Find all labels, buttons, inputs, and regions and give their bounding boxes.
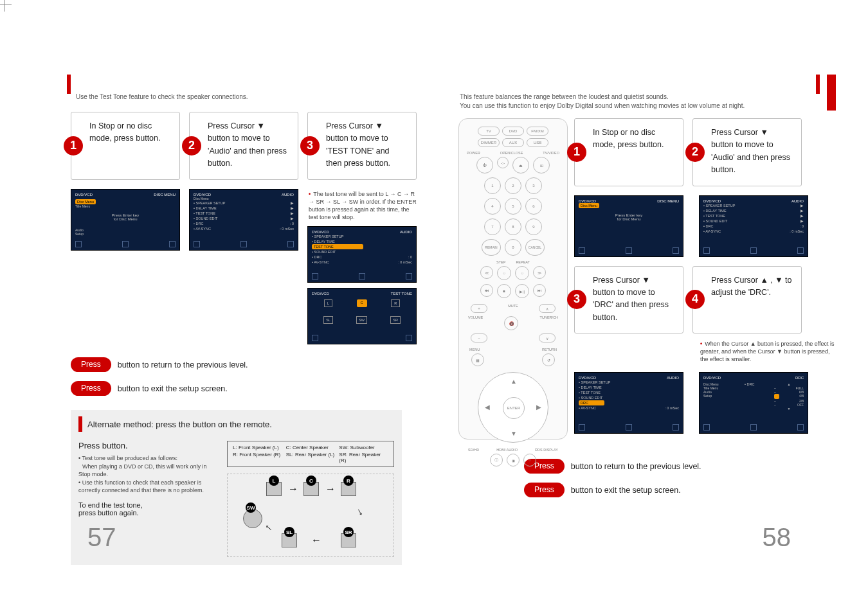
rs3-dt: DELAY TIME	[581, 386, 601, 389]
remote-btn-rw[interactable]: ⏮	[480, 284, 493, 297]
remote-btn-dvd[interactable]: DVD	[502, 127, 524, 136]
remote-lbl-mute: MUTE	[508, 304, 518, 314]
s3-tt-hi: TEST TONE	[312, 244, 363, 249]
rs1-c2: for Disc Menu	[579, 217, 679, 221]
remote-num-4[interactable]: 4	[484, 198, 501, 215]
rs1-hl: DVD/VCD	[579, 199, 596, 203]
rs2-dt: DELAY TIME	[705, 209, 726, 213]
remote-lbl-open: OPEN/CLOSE	[500, 151, 523, 155]
remote-btn-rds[interactable]: ☼	[523, 454, 536, 466]
remote-btn-mute[interactable]: 🔇	[504, 316, 518, 330]
mi-soundedit: SOUND EDIT	[195, 217, 217, 220]
remote-btn-tvvideo[interactable]: ⊞	[533, 157, 550, 173]
remote-btn-eject[interactable]: ⏏	[512, 157, 529, 173]
rs3-avv: : 0 mSec	[665, 406, 679, 410]
remote-num-7[interactable]: 7	[484, 218, 501, 235]
remote-btn-return[interactable]: ↺	[542, 353, 555, 366]
r-screen-drc-selected: DVD/VCDAUDIO • SPEAKER SETUP • DELAY TIM…	[574, 372, 683, 434]
rs2-drcv: : 0	[800, 224, 804, 228]
remote-btn-info[interactable]: ⓘ	[490, 454, 503, 466]
remote-btn-cancel[interactable]: CANCEL	[525, 239, 545, 256]
crop-mark-left	[0, 9, 9, 18]
right-return-row: Press button to return to the previous l…	[524, 459, 836, 474]
remote-btn-chdn[interactable]: ∨	[539, 333, 556, 342]
sp-C: C	[306, 475, 316, 486]
step-3-number: 3	[300, 136, 320, 155]
rs4-hr: DRC	[795, 376, 804, 380]
red-tab-left	[67, 75, 71, 94]
remote-btn-remain[interactable]: REMAIN	[482, 239, 501, 256]
r-note4: •When the Cursor ▲ button is pressed, th…	[700, 340, 836, 363]
shade-hdr-text: Alternate method: press the button on th…	[87, 420, 272, 429]
red-side-tab	[827, 75, 836, 111]
r-step-1: 1 In Stop or no disc mode, press button.	[574, 118, 683, 186]
tab-title-menu: Title Menu	[75, 204, 176, 208]
remote-num-8[interactable]: 8	[505, 218, 521, 235]
alternate-method-box: Alternate method: press the button on th…	[71, 410, 402, 565]
remote-btn-enter[interactable]: ENTER	[503, 397, 525, 419]
remote-btn-power[interactable]: ⏻	[476, 157, 493, 173]
remote-num-0[interactable]: 0	[505, 239, 521, 256]
s3-drc: DRC	[314, 255, 321, 259]
remote-indicator: -:-	[497, 157, 509, 168]
remote-btn-next1[interactable]: ≫	[533, 266, 546, 279]
r-step-1-num: 1	[567, 143, 586, 162]
remote-btn-prev1[interactable]: ≪	[480, 266, 493, 279]
rs2-av: AV-SYNC	[705, 229, 721, 233]
press-pill-1: Press	[71, 357, 111, 372]
remote-btn-fmxm[interactable]: FM/XM	[527, 127, 548, 136]
r-step-3-num: 3	[567, 290, 586, 309]
remote-btn-voldn[interactable]: －	[471, 333, 487, 342]
remote-lbl-volume: VOLUME	[468, 315, 483, 332]
tab-setup: Setup	[75, 232, 84, 236]
remote-btn-play[interactable]: ▶||	[515, 284, 529, 298]
speaker-flow-diagram: L C R SW SL SR → → → ← ←	[227, 474, 394, 557]
right-exit-text: button to exit the setup screen.	[571, 486, 681, 495]
rs4-hl: DVD/VCD	[703, 376, 721, 380]
remote-num-2[interactable]: 2	[505, 177, 521, 194]
remote-btn-aux[interactable]: AUX	[502, 138, 524, 147]
remote-num-1[interactable]: 1	[484, 177, 501, 194]
remote-btn-step[interactable]: ○	[497, 266, 511, 280]
red-tab-right	[816, 75, 820, 94]
press-pill-4: Press	[524, 483, 565, 497]
remote-btn-ff[interactable]: ⏭	[533, 284, 546, 297]
remote-btn-stop[interactable]: ■	[497, 284, 511, 298]
right-intro2: You can use this function to enjoy Dolby…	[460, 102, 836, 111]
rs3-av: AV-SYNC	[581, 406, 596, 410]
remote-btn-volup[interactable]: ＋	[471, 304, 487, 313]
remote-cursor-left[interactable]: ◀	[485, 404, 490, 411]
rs3-sp: SPEAKER SETUP	[581, 380, 610, 384]
remote-btn-dimmer[interactable]: DIMMER	[478, 138, 500, 147]
remote-num-6[interactable]: 6	[525, 198, 542, 215]
shade-press: Press button.	[78, 441, 214, 450]
r-step-3: 3 Press Cursor ▼ button to move to 'DRC'…	[574, 266, 683, 334]
screen-footer-icons	[75, 241, 176, 247]
rs4-drc: DRC	[746, 382, 754, 386]
remote-btn-chup[interactable]: ∧	[539, 304, 556, 313]
remote-btn-menu[interactable]: ▦	[471, 353, 484, 366]
rs3-drc-hi: DRC	[579, 400, 604, 405]
rs1-hr: DISC MENU	[657, 199, 679, 203]
remote-num-3[interactable]: 3	[525, 177, 542, 194]
arrow-icon: →	[325, 483, 336, 495]
remote-btn-hdmi[interactable]: ◉	[507, 454, 520, 466]
remote-num-5[interactable]: 5	[505, 198, 521, 215]
tt-SL: SL	[323, 316, 333, 324]
r-screen-audio: DVD/VCDAUDIO • SPEAKER SETUP▶ • DELAY TI…	[699, 195, 808, 257]
step-2: 2 Press Cursor ▼ button to move to 'Audi…	[189, 112, 298, 180]
step-1-text: In Stop or no disc mode, press button.	[89, 121, 160, 143]
right-exit-row: Press button to exit the setup screen.	[524, 483, 836, 497]
remote-cursor-right[interactable]: ▶	[536, 404, 541, 411]
remote-lbl-tvvideo: TV/VIDEO	[543, 151, 559, 155]
crop-mark-bottom	[0, 27, 9, 36]
remote-btn-usb[interactable]: USB	[527, 138, 548, 147]
remote-btn-repeat[interactable]: ○	[515, 266, 529, 280]
rs3-hr: AUDIO	[667, 376, 679, 380]
lg-R: R: Front Speaker (R)	[233, 452, 282, 463]
remote-cursor-up[interactable]: ▲	[511, 378, 517, 385]
tab-disc-menu: Disc Menu	[75, 199, 96, 204]
remote-btn-tv[interactable]: TV	[478, 127, 500, 136]
remote-num-9[interactable]: 9	[525, 218, 542, 235]
remote-cursor-down[interactable]: ▼	[511, 430, 517, 437]
